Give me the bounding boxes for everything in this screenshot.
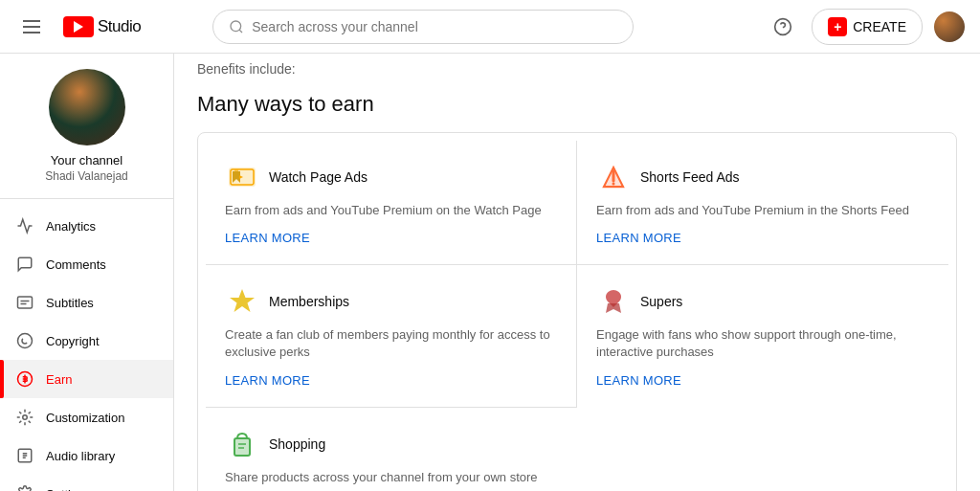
hamburger-menu[interactable]	[15, 12, 48, 41]
earn-cards-grid: Watch Page Ads Earn from ads and YouTube…	[197, 132, 957, 491]
sidebar-nav: Analytics Comments Subtitles	[0, 199, 173, 491]
audio-library-icon	[15, 446, 34, 465]
settings-label: Settings	[46, 487, 91, 492]
shopping-title: Shopping	[269, 436, 325, 452]
sidebar-item-earn[interactable]: Earn	[0, 360, 173, 398]
studio-text: Studio	[98, 17, 141, 36]
header-right: CREATE	[766, 9, 965, 45]
svg-point-9	[23, 415, 28, 420]
header-left: Studio	[15, 12, 141, 41]
watch-page-ads-title: Watch Page Ads	[269, 169, 368, 185]
shorts-feed-ads-desc: Earn from ads and YouTube Premium in the…	[596, 202, 929, 219]
shopping-card: Shopping Share products across your chan…	[206, 408, 948, 491]
sidebar-item-audio-library[interactable]: Audio library	[0, 436, 173, 475]
header: Studio CREATE	[0, 0, 980, 54]
sidebar-item-subtitles[interactable]: Subtitles	[0, 283, 173, 322]
channel-info: Your channel Shadi Valanejad	[0, 54, 173, 199]
memberships-icon	[225, 284, 259, 319]
supers-icon	[596, 284, 631, 319]
create-icon	[828, 17, 847, 36]
copyright-label: Copyright	[46, 334, 100, 348]
help-button[interactable]	[766, 10, 800, 44]
copyright-nav-icon	[15, 331, 34, 350]
sidebar-item-analytics[interactable]: Analytics	[0, 207, 173, 245]
audio-library-label: Audio library	[46, 449, 115, 463]
svg-point-0	[231, 21, 241, 32]
create-button[interactable]: CREATE	[812, 9, 923, 45]
many-ways-title: Many ways to earn	[197, 92, 957, 117]
benefits-text: Benefits include:	[197, 54, 957, 77]
shopping-icon	[225, 427, 259, 461]
earn-icon	[15, 369, 34, 389]
watch-page-ads-desc: Earn from ads and YouTube Premium on the…	[225, 202, 557, 219]
svg-line-1	[239, 30, 242, 33]
avatar[interactable]	[934, 11, 965, 42]
svg-rect-19	[234, 438, 250, 456]
customization-label: Customization	[46, 411, 124, 425]
shopping-desc: Share products across your channel from …	[225, 469, 929, 486]
youtube-logo-icon	[63, 16, 94, 37]
channel-handle: Shadi Valanejad	[45, 169, 128, 183]
watch-page-ads-header: Watch Page Ads	[225, 160, 557, 194]
sidebar-item-comments[interactable]: Comments	[0, 245, 173, 283]
memberships-card: Memberships Create a fan club of members…	[206, 265, 577, 407]
customization-icon	[15, 408, 34, 427]
svg-rect-4	[18, 297, 33, 308]
svg-point-17	[612, 183, 615, 186]
comments-icon	[15, 255, 34, 274]
shorts-feed-ads-icon	[596, 160, 631, 194]
supers-title: Supers	[640, 294, 682, 309]
earn-label: Earn	[46, 372, 72, 387]
main-content: Benefits include: Many ways to earn	[174, 54, 980, 491]
avatar-image	[934, 11, 965, 42]
search-input[interactable]	[252, 19, 617, 34]
search-bar[interactable]	[212, 10, 634, 44]
sidebar-item-settings[interactable]: Settings	[0, 475, 173, 491]
svg-point-7	[18, 334, 33, 348]
subtitles-label: Subtitles	[46, 296, 94, 310]
watch-page-ads-learn-more[interactable]: LEARN MORE	[225, 231, 557, 245]
analytics-icon	[15, 216, 34, 235]
watch-page-ads-card: Watch Page Ads Earn from ads and YouTube…	[206, 141, 577, 265]
shorts-feed-ads-header: Shorts Feed Ads	[596, 160, 929, 194]
shorts-feed-ads-card: Shorts Feed Ads Earn from ads and YouTub…	[577, 141, 948, 265]
memberships-header: Memberships	[225, 284, 557, 319]
sidebar-item-customization[interactable]: Customization	[0, 398, 173, 436]
shorts-feed-ads-learn-more[interactable]: LEARN MORE	[596, 231, 929, 245]
body: Your channel Shadi Valanejad Analytics	[0, 54, 980, 491]
supers-learn-more[interactable]: LEARN MORE	[596, 373, 929, 388]
watch-page-ads-icon	[225, 160, 259, 194]
supers-header: Supers	[596, 284, 929, 319]
svg-marker-18	[230, 289, 255, 312]
sidebar: Your channel Shadi Valanejad Analytics	[0, 54, 174, 491]
sidebar-item-copyright[interactable]: Copyright	[0, 322, 173, 360]
create-label: CREATE	[853, 19, 906, 34]
settings-icon	[15, 484, 34, 491]
channel-name: Your channel	[51, 153, 122, 167]
logo[interactable]: Studio	[63, 16, 141, 37]
memberships-title: Memberships	[269, 294, 349, 309]
channel-avatar[interactable]	[49, 69, 125, 145]
shopping-header: Shopping	[225, 427, 929, 461]
comments-label: Comments	[46, 257, 106, 272]
search-icon	[229, 19, 244, 34]
help-icon	[773, 17, 792, 36]
subtitles-icon	[15, 293, 34, 312]
supers-desc: Engage with fans who show support throug…	[596, 326, 929, 361]
memberships-desc: Create a fan club of members paying mont…	[225, 326, 557, 361]
analytics-label: Analytics	[46, 219, 96, 234]
supers-card: Supers Engage with fans who show support…	[577, 265, 948, 407]
shorts-feed-ads-title: Shorts Feed Ads	[640, 169, 740, 185]
memberships-learn-more[interactable]: LEARN MORE	[225, 373, 557, 388]
